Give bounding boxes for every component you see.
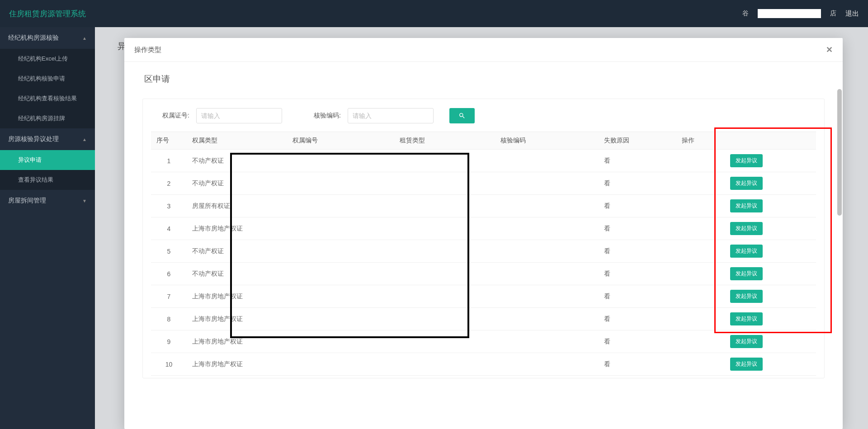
menu-group-objection[interactable]: 房源核验异议处理 ▲	[0, 128, 95, 150]
cell-fail-reason: 看	[599, 263, 676, 285]
cell-cert-no	[287, 308, 394, 330]
raise-objection-button[interactable]: 发起异议	[730, 267, 763, 280]
cell-cert-no	[287, 172, 394, 195]
cell-cert-no	[287, 330, 394, 353]
cell-check-code	[495, 263, 599, 285]
menu-objection-result[interactable]: 查看异议结果	[0, 170, 95, 190]
cell-cert-no	[287, 285, 394, 308]
modal-title: 操作类型	[134, 46, 161, 54]
cell-check-code	[495, 308, 599, 330]
cell-fail-reason: 看	[599, 285, 676, 308]
main-content: 异 操作类型 ✕ 区申请 权属证号: 核验编码:	[95, 27, 868, 429]
cell-fail-reason: 看	[599, 150, 676, 172]
user-suffix: 店	[830, 9, 836, 18]
cell-operation: 发起异议	[676, 308, 816, 330]
cell-check-code	[495, 330, 599, 353]
modal-scrollbar[interactable]	[837, 89, 842, 216]
raise-objection-button[interactable]: 发起异议	[730, 245, 763, 258]
top-header: 住房租赁房源管理系统 谷 店 退出	[0, 0, 868, 27]
cell-seq: 7	[151, 285, 187, 308]
filter-row: 权属证号: 核验编码:	[151, 108, 816, 132]
cell-fail-reason: 看	[599, 308, 676, 330]
cell-rent-type	[394, 240, 495, 263]
sidebar: 经纪机构房源核验 ▲ 经纪机构Excel上传 经纪机构核验申请 经纪机构查看核验…	[0, 27, 95, 429]
cell-operation: 发起异议	[676, 172, 816, 195]
close-icon[interactable]: ✕	[826, 45, 833, 55]
menu-group-label: 房源核验异议处理	[8, 135, 59, 143]
user-mask	[758, 9, 821, 18]
cell-seq: 10	[151, 353, 187, 376]
raise-objection-button[interactable]: 发起异议	[730, 177, 763, 190]
raise-objection-button[interactable]: 发起异议	[730, 290, 763, 303]
search-button[interactable]	[449, 108, 475, 123]
cell-rent-type	[394, 353, 495, 376]
cell-rent-type	[394, 330, 495, 353]
cell-seq: 8	[151, 308, 187, 330]
table-row: 4上海市房地产权证看发起异议	[151, 217, 816, 240]
cell-seq: 5	[151, 240, 187, 263]
th-cert-no: 权属编号	[287, 132, 394, 150]
cell-rent-type	[394, 308, 495, 330]
cell-cert-type: 房屋所有权证	[187, 195, 287, 217]
objection-table: 序号 权属类型 权属编号 租赁类型 核验编码 失败原因 操作 1不动产权证看发起…	[151, 132, 816, 376]
cell-rent-type	[394, 263, 495, 285]
cert-number-label: 权属证号:	[158, 112, 189, 120]
cell-cert-no	[287, 150, 394, 172]
th-check-code: 核验编码	[495, 132, 599, 150]
app-brand: 住房租赁房源管理系统	[9, 9, 86, 19]
check-code-input[interactable]	[348, 108, 434, 123]
table-row: 3房屋所有权证看发起异议	[151, 195, 816, 217]
table-row: 7上海市房地产权证看发起异议	[151, 285, 816, 308]
cell-cert-no	[287, 240, 394, 263]
cell-check-code	[495, 150, 599, 172]
cell-seq: 1	[151, 150, 187, 172]
cell-seq: 6	[151, 263, 187, 285]
th-operation: 操作	[676, 132, 816, 150]
cell-check-code	[495, 172, 599, 195]
menu-objection-apply[interactable]: 异议申请	[0, 150, 95, 170]
raise-objection-button[interactable]: 发起异议	[730, 154, 763, 167]
table-row: 6不动产权证看发起异议	[151, 263, 816, 285]
raise-objection-button[interactable]: 发起异议	[730, 222, 763, 235]
cell-operation: 发起异议	[676, 330, 816, 353]
raise-objection-button[interactable]: 发起异议	[730, 358, 763, 371]
menu-agency-verify-result[interactable]: 经纪机构查看核验结果	[0, 89, 95, 108]
th-rent-type: 租赁类型	[394, 132, 495, 150]
cert-number-input[interactable]	[196, 108, 282, 123]
menu-group-agency-verify[interactable]: 经纪机构房源核验 ▲	[0, 27, 95, 49]
cell-rent-type	[394, 150, 495, 172]
cell-rent-type	[394, 195, 495, 217]
cell-cert-type: 上海市房地产权证	[187, 285, 287, 308]
raise-objection-button[interactable]: 发起异议	[730, 312, 763, 325]
th-seq: 序号	[151, 132, 187, 150]
cell-operation: 发起异议	[676, 195, 816, 217]
table-row: 5不动产权证看发起异议	[151, 240, 816, 263]
cell-fail-reason: 看	[599, 172, 676, 195]
menu-group-label: 经纪机构房源核验	[8, 34, 59, 42]
cell-fail-reason: 看	[599, 217, 676, 240]
menu-group-label: 房屋拆间管理	[8, 197, 46, 205]
cell-cert-type: 不动产权证	[187, 263, 287, 285]
raise-objection-button[interactable]: 发起异议	[730, 335, 763, 348]
cell-fail-reason: 看	[599, 330, 676, 353]
cell-fail-reason: 看	[599, 195, 676, 217]
menu-group-demolition[interactable]: 房屋拆间管理 ▼	[0, 190, 95, 212]
logout-button[interactable]: 退出	[845, 9, 859, 18]
menu-agency-listing[interactable]: 经纪机构房源挂牌	[0, 108, 95, 128]
cell-cert-type: 上海市房地产权证	[187, 308, 287, 330]
cell-cert-no	[287, 217, 394, 240]
th-fail-reason: 失败原因	[599, 132, 676, 150]
cell-cert-type: 不动产权证	[187, 172, 287, 195]
cell-seq: 3	[151, 195, 187, 217]
menu-agency-excel-upload[interactable]: 经纪机构Excel上传	[0, 49, 95, 69]
cell-cert-no	[287, 353, 394, 376]
cell-cert-type: 上海市房地产权证	[187, 353, 287, 376]
menu-agency-verify-apply[interactable]: 经纪机构核验申请	[0, 69, 95, 89]
cell-operation: 发起异议	[676, 285, 816, 308]
table-row: 2不动产权证看发起异议	[151, 172, 816, 195]
cell-cert-no	[287, 195, 394, 217]
cell-check-code	[495, 195, 599, 217]
th-cert-type: 权属类型	[187, 132, 287, 150]
raise-objection-button[interactable]: 发起异议	[730, 199, 763, 212]
table-row: 9上海市房地产权证看发起异议	[151, 330, 816, 353]
